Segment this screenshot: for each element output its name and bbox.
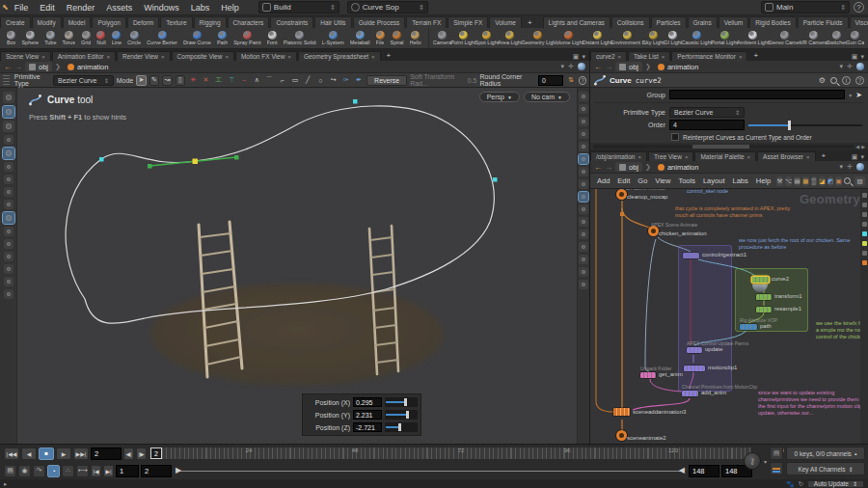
camera-selector[interactable]: No cam▼: [524, 92, 570, 102]
close-icon[interactable]: ×: [662, 54, 665, 60]
edit-mode-icon[interactable]: ✎: [149, 75, 160, 86]
network-sticky-note[interactable]: since we want to update existing channel…: [758, 390, 866, 418]
node-get-anim[interactable]: Unpack Folder get_anim: [640, 372, 656, 378]
breadcrumb-root[interactable]: obj: [25, 62, 52, 71]
node-sceneanimate2[interactable]: sceneanimate2: [616, 430, 627, 441]
curve-edit-tool-icon[interactable]: [3, 106, 14, 118]
close-icon[interactable]: ×: [225, 54, 229, 60]
help-icon[interactable]: ?: [854, 2, 864, 13]
lock-camera-icon[interactable]: [579, 117, 588, 126]
pen-alt-icon[interactable]: ✒: [354, 75, 364, 86]
pane-maximize-icon[interactable]: ▣: [852, 53, 858, 61]
scroll-right-icon[interactable]: ▶: [861, 144, 865, 149]
prev-key-button[interactable]: ◀|: [123, 447, 134, 460]
position-y-slider[interactable]: [385, 410, 418, 420]
node-curve2[interactable]: curve2: [752, 277, 769, 283]
shelf-tool[interactable]: Ambient Light: [737, 31, 768, 46]
network-menu-item[interactable]: Go: [634, 176, 651, 185]
range-handle-right[interactable]: ◀: [679, 466, 685, 475]
node-update[interactable]: APEX Control Update Parms update: [687, 347, 702, 353]
add-shelf-tab-button[interactable]: +: [523, 17, 537, 28]
current-frame-field[interactable]: 2: [91, 447, 122, 460]
wrench-icon[interactable]: ⚒: [776, 176, 783, 186]
shelf-tool[interactable]: Area Light: [499, 31, 522, 46]
close-icon[interactable]: ×: [685, 154, 689, 160]
delete-mode-icon[interactable]: ▯: [176, 75, 186, 86]
shelf-tool[interactable]: Platonic Solids: [284, 31, 316, 46]
range-end-jump-icon[interactable]: ▶|: [103, 465, 114, 477]
ambient-occlusion-icon[interactable]: [579, 167, 588, 176]
curve-draw-tool-icon[interactable]: [3, 121, 14, 132]
net-tool-dot[interactable]: [862, 222, 867, 227]
smooth-icon[interactable]: ⌒: [264, 75, 274, 86]
range-start-jump-icon[interactable]: |◀: [91, 465, 101, 477]
network-menu-item[interactable]: Help: [752, 176, 774, 185]
shelf-tool[interactable]: Stereo Camera: [769, 31, 800, 46]
breadcrumb-root[interactable]: obj: [615, 162, 642, 172]
range-start-field[interactable]: 1: [116, 465, 139, 477]
shelf-tool[interactable]: Switcher: [827, 31, 846, 46]
shelf-tool[interactable]: Null: [96, 31, 105, 46]
draw-mode-icon[interactable]: ↝: [162, 75, 173, 86]
shelf-tab[interactable]: Characters: [228, 16, 270, 28]
select-mode-icon[interactable]: ➤: [136, 75, 147, 86]
pane-tab[interactable]: Take List×: [628, 51, 670, 61]
display-points-icon[interactable]: [579, 192, 588, 202]
radial-menu-icon[interactable]: [856, 63, 864, 70]
net-tool-dot-orange[interactable]: [862, 260, 867, 265]
tangent-icon[interactable]: ⊤: [227, 75, 236, 86]
jump-start-button[interactable]: |◀◀: [4, 447, 19, 460]
chevron-down-icon[interactable]: ▾: [840, 163, 844, 171]
pane-tab[interactable]: Motion FX View×: [235, 51, 297, 61]
delete-point-icon[interactable]: ✳: [188, 75, 198, 86]
shelf-tab[interactable]: Particles: [651, 16, 687, 28]
shelf-tool[interactable]: Geometry Light: [522, 31, 554, 46]
scoped-channels-icon[interactable]: ▤: [770, 447, 783, 460]
breadcrumb-node[interactable]: animation: [654, 62, 703, 71]
position-y-field[interactable]: 2.231: [353, 410, 382, 420]
pane-tab[interactable]: curve2×: [590, 51, 627, 61]
node-resample1[interactable]: resample1: [756, 307, 772, 312]
close-icon[interactable]: ×: [161, 54, 165, 60]
clock-update-icon[interactable]: ◔: [47, 465, 60, 477]
shelf-tool[interactable]: Font: [267, 31, 278, 46]
shelf-tool[interactable]: Spray Paint: [233, 31, 260, 46]
pane-tab[interactable]: Asset Browser×: [757, 151, 815, 161]
pane-tab[interactable]: Animation Editor×: [52, 51, 116, 61]
position-z-field[interactable]: -2.721: [353, 422, 382, 432]
close-icon[interactable]: ×: [371, 54, 375, 60]
scene-viewport[interactable]: Curve tool Press Shift + F1 to show hint…: [0, 88, 589, 444]
close-icon[interactable]: ×: [106, 54, 110, 60]
snap-prim-icon[interactable]: [4, 252, 14, 261]
nav-forward-icon[interactable]: →: [14, 63, 22, 71]
order-slider[interactable]: [748, 121, 862, 130]
snapshot-icon[interactable]: ▧: [854, 176, 865, 186]
snap-point-icon[interactable]: [4, 239, 14, 249]
node-motionclip1[interactable]: motionclip1: [684, 366, 705, 371]
workspace-selector[interactable]: Main ⇕: [761, 1, 850, 14]
polygon-icon[interactable]: ○: [315, 75, 325, 86]
shelf-tab[interactable]: Grains: [688, 16, 718, 28]
image-plane-icon[interactable]: ◩: [827, 176, 834, 186]
shelf-tool[interactable]: Portal Light: [712, 31, 738, 46]
search-icon[interactable]: [830, 77, 837, 84]
network-editor[interactable]: Geometry: [590, 189, 868, 444]
node-sceneaddanimation3[interactable]: sceneaddanimation3: [613, 408, 630, 416]
parameter-scrollbar[interactable]: ◀ ▶: [590, 143, 868, 149]
pane-maximize-icon[interactable]: ▣: [852, 153, 858, 161]
position-z-slider[interactable]: [385, 422, 418, 432]
shelf-tool[interactable]: Curve Bezier: [147, 31, 177, 46]
pane-menu-icon[interactable]: ▾: [860, 53, 864, 61]
refresh-icon[interactable]: ↻: [798, 480, 802, 488]
network-sticky-note[interactable]: control_skel node: [687, 189, 773, 195]
keys-channels-button[interactable]: 0 keys, 0/0 channels▴: [786, 447, 865, 460]
walk-tool-icon[interactable]: [4, 289, 14, 299]
operator-name-field[interactable]: curve2: [636, 76, 662, 85]
pin-icon[interactable]: ✛: [847, 63, 853, 70]
shelf-tab[interactable]: Hair Utils: [314, 16, 351, 28]
material-icon[interactable]: [579, 179, 588, 189]
network-menu-item[interactable]: Tools: [674, 176, 699, 185]
select-arrow-icon[interactable]: [4, 135, 14, 145]
range-end-field[interactable]: 148: [689, 465, 719, 477]
menu-item[interactable]: Render: [61, 3, 101, 13]
